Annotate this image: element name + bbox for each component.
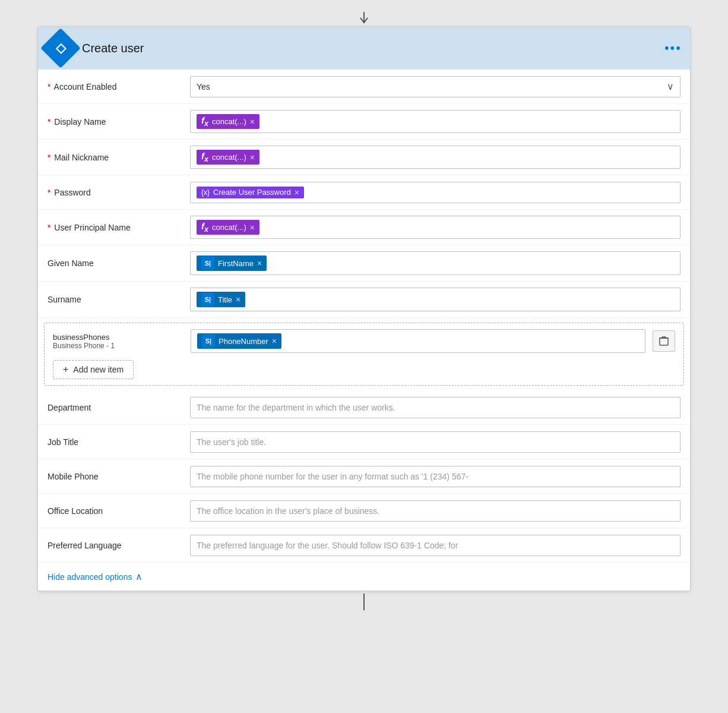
input-preferred-language[interactable]: The preferred language for the user. Sho… xyxy=(190,535,680,556)
token-fx-upn[interactable]: fx concat(...) × xyxy=(197,220,259,235)
hide-advanced-section: Hide advanced options ∧ xyxy=(38,563,690,591)
more-options-button[interactable]: ••• xyxy=(664,40,682,56)
card-title: Create user xyxy=(82,42,144,55)
token-sp-phone[interactable]: S| PhoneNumber × xyxy=(197,333,281,349)
token-var-password[interactable]: {x} Create User Password × xyxy=(197,187,304,198)
token-close-password[interactable]: × xyxy=(295,188,299,197)
input-phone-number[interactable]: S| PhoneNumber × xyxy=(191,329,645,353)
header-left: ◇ Create user xyxy=(46,34,144,62)
label-office-location: Office Location xyxy=(48,506,190,516)
token-sp-given-name[interactable]: S| FirstName × xyxy=(197,255,267,271)
input-given-name[interactable]: S| FirstName × xyxy=(190,251,680,275)
phones-label: businessPhones Business Phone - 1 xyxy=(53,333,183,350)
input-mail-nickname[interactable]: fx concat(...) × xyxy=(190,146,680,169)
input-user-principal-name[interactable]: fx concat(...) × xyxy=(190,216,680,239)
add-new-item-button[interactable]: + Add new item xyxy=(53,360,134,379)
label-account-enabled: * Account Enabled xyxy=(48,82,190,92)
label-user-principal-name: * User Principal Name xyxy=(48,223,190,232)
connector-icon: ◇ xyxy=(40,28,81,68)
field-row-surname: Surname S| Title × xyxy=(38,282,690,318)
sharepoint-icon: S| xyxy=(201,257,214,270)
label-given-name: Given Name xyxy=(48,258,190,268)
field-row-preferred-language: Preferred Language The preferred languag… xyxy=(38,528,690,563)
input-surname[interactable]: S| Title × xyxy=(190,288,680,311)
svg-rect-1 xyxy=(660,338,668,345)
card-body: * Account Enabled Yes ∨ * Display Name f… xyxy=(38,70,690,591)
token-close-display-name[interactable]: × xyxy=(250,117,255,127)
token-sp-surname[interactable]: S| Title × xyxy=(197,292,245,307)
hide-advanced-button[interactable]: Hide advanced options ∧ xyxy=(48,571,143,582)
create-user-card: ◇ Create user ••• * Account Enabled Yes … xyxy=(37,26,691,591)
token-close-mail-nickname[interactable]: × xyxy=(250,153,255,162)
token-close-upn[interactable]: × xyxy=(250,223,255,232)
input-department[interactable]: The name for the department in which the… xyxy=(190,397,680,418)
input-account-enabled[interactable]: Yes ∨ xyxy=(190,76,680,97)
input-password[interactable]: {x} Create User Password × xyxy=(190,182,680,203)
field-row-given-name: Given Name S| FirstName × xyxy=(38,245,690,282)
input-job-title[interactable]: The user's job title. xyxy=(190,431,680,453)
input-display-name[interactable]: fx concat(...) × xyxy=(190,110,680,133)
field-row-user-principal-name: * User Principal Name fx concat(...) × xyxy=(38,210,690,245)
field-row-mail-nickname: * Mail Nickname fx concat(...) × xyxy=(38,140,690,175)
field-row-display-name: * Display Name fx concat(...) × xyxy=(38,104,690,140)
input-mobile-phone[interactable]: The mobile phone number for the user in … xyxy=(190,466,680,487)
card-header: ◇ Create user ••• xyxy=(38,27,690,70)
field-row-department: Department The name for the department i… xyxy=(38,390,690,425)
field-row-mobile-phone: Mobile Phone The mobile phone number for… xyxy=(38,459,690,494)
chevron-down-icon: ∨ xyxy=(667,81,674,92)
label-department: Department xyxy=(48,403,190,412)
label-mail-nickname: * Mail Nickname xyxy=(48,153,190,162)
token-fx-mail-nickname[interactable]: fx concat(...) × xyxy=(197,150,259,165)
field-row-office-location: Office Location The office location in t… xyxy=(38,494,690,528)
label-preferred-language: Preferred Language xyxy=(48,541,190,550)
field-row-account-enabled: * Account Enabled Yes ∨ xyxy=(38,70,690,104)
chevron-up-icon: ∧ xyxy=(135,571,143,582)
token-fx-display-name[interactable]: fx concat(...) × xyxy=(197,114,259,129)
label-job-title: Job Title xyxy=(48,437,190,447)
sharepoint-icon-surname: S| xyxy=(201,293,214,306)
label-display-name: * Display Name xyxy=(48,117,190,127)
token-close-given-name[interactable]: × xyxy=(257,258,262,268)
label-surname: Surname xyxy=(48,295,190,304)
plus-icon: + xyxy=(63,364,68,375)
delete-phone-button[interactable] xyxy=(653,330,675,352)
field-row-job-title: Job Title The user's job title. xyxy=(38,425,690,459)
field-row-password: * Password {x} Create User Password × xyxy=(38,175,690,210)
phones-header-row: businessPhones Business Phone - 1 S| Pho… xyxy=(53,329,675,353)
input-office-location[interactable]: The office location in the user's place … xyxy=(190,500,680,522)
business-phones-section: businessPhones Business Phone - 1 S| Pho… xyxy=(44,323,684,386)
bottom-connector xyxy=(37,594,691,610)
label-password: * Password xyxy=(48,188,190,197)
token-close-phone[interactable]: × xyxy=(272,336,277,346)
token-close-surname[interactable]: × xyxy=(236,295,240,304)
label-mobile-phone: Mobile Phone xyxy=(48,472,190,481)
sharepoint-icon-phone: S| xyxy=(202,335,215,348)
top-connector-arrow xyxy=(37,12,691,26)
